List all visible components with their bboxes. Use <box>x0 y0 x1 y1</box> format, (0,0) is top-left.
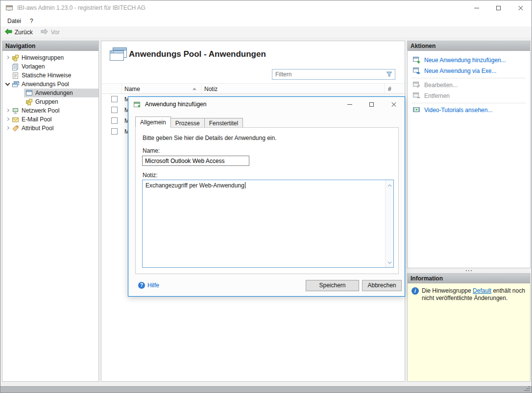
resize-grip[interactable] <box>525 386 530 391</box>
forward-button[interactable]: Vor <box>37 26 64 38</box>
edit-icon <box>412 81 420 90</box>
information-message: Die Hinweisgruppe Default enthält noch n… <box>422 287 526 302</box>
nav-item-gruppen[interactable]: Gruppen <box>24 97 98 106</box>
nav-label: Gruppen <box>35 98 58 105</box>
maximize-button[interactable] <box>487 0 509 16</box>
info-text-before: Die Hinweisgruppe <box>422 287 471 294</box>
actions-panel: Aktionen Neue Anwendung hinzufügen... Ne… <box>407 41 531 268</box>
nav-item-hinweisgruppen[interactable]: Hinweisgruppen <box>2 53 98 62</box>
add-application-dialog: Anwendung hinzufügen Allgemein Prozesse … <box>128 96 405 297</box>
titlebar[interactable]: IBI-aws Admin 1.23.0 - registriert für I… <box>0 0 532 16</box>
column-name-label: Name <box>124 86 140 92</box>
nav-label: Netzwerk Pool <box>22 107 59 114</box>
back-button[interactable]: Zurück <box>0 26 37 38</box>
column-notiz[interactable]: Notiz <box>202 84 385 94</box>
name-field[interactable] <box>142 156 249 166</box>
tab-allgemein[interactable]: Allgemein <box>135 116 171 128</box>
dialog-maximize-button[interactable] <box>361 97 383 112</box>
nav-item-anwendungen[interactable]: Anwendungen <box>24 89 98 97</box>
dialog-titlebar[interactable]: Anwendung hinzufügen <box>128 97 405 112</box>
action-remove[interactable]: Entfernen <box>408 91 530 101</box>
chevron-right-icon[interactable] <box>4 116 11 123</box>
minimize-icon <box>347 104 352 105</box>
nav-label: E-Mail Pool <box>22 116 51 123</box>
action-edit[interactable]: Bearbeiten... <box>408 80 530 91</box>
nav-item-attribut-pool[interactable]: Attribut Pool <box>2 124 98 133</box>
save-button[interactable]: Speichern <box>306 280 359 291</box>
nav-label: Hinweisgruppen <box>22 54 64 61</box>
dialog-title: Anwendung hinzufügen <box>145 97 206 112</box>
window-controls <box>465 0 532 16</box>
menu-datei[interactable]: Datei <box>3 16 25 26</box>
help-icon: ? <box>138 282 145 289</box>
row-checkbox[interactable] <box>111 107 118 113</box>
nav-item-netzwerk-pool[interactable]: Netzwerk Pool <box>2 106 98 115</box>
action-add-application[interactable]: Neue Anwendung hinzufügen... <box>408 55 530 66</box>
applications-title-icon <box>109 47 128 63</box>
notiz-scrollbar[interactable] <box>385 180 393 267</box>
nav-item-anwendungs-pool[interactable]: Anwendungs Pool <box>2 80 98 89</box>
sort-ascending-icon <box>193 88 196 90</box>
help-label: Hilfe <box>147 282 159 289</box>
chevron-spacer <box>4 72 11 79</box>
row-checkbox[interactable] <box>111 128 118 135</box>
close-button[interactable] <box>509 0 532 16</box>
action-label: Bearbeiten... <box>424 82 458 89</box>
column-name[interactable]: Name <box>122 84 202 94</box>
filter-input[interactable] <box>272 69 395 79</box>
dialog-icon <box>133 101 141 110</box>
information-header: Information <box>408 274 530 283</box>
filter-funnel-icon[interactable] <box>386 71 392 79</box>
nav-item-email-pool[interactable]: E-Mail Pool <box>2 115 98 124</box>
tab-prozesse[interactable]: Prozesse <box>170 118 205 128</box>
menu-help[interactable]: ? <box>25 16 38 26</box>
nav-item-statische-hinweise[interactable]: Statische Hinweise <box>2 71 98 80</box>
dialog-minimize-button[interactable] <box>339 97 361 112</box>
row-checkbox[interactable] <box>111 96 118 102</box>
menubar: Datei ? <box>0 16 532 26</box>
navigation-panel: Navigation Hinweisgruppen Vorlagen Stati… <box>2 41 99 382</box>
column-count[interactable]: # <box>385 84 405 94</box>
chevron-right-icon[interactable] <box>4 125 11 132</box>
scroll-up-icon[interactable] <box>387 182 392 188</box>
tab-content: Bitte geben Sie hier die Details der Anw… <box>135 127 399 274</box>
anwendungs-pool-icon <box>11 81 20 88</box>
chevron-right-icon[interactable] <box>4 107 11 114</box>
chevron-down-icon[interactable] <box>4 81 11 88</box>
nav-label: Anwendungen <box>35 90 73 96</box>
dialog-close-button[interactable] <box>383 97 405 112</box>
notiz-field[interactable]: Exchangezugriff per Web-Anwendung <box>142 180 394 268</box>
tab-fenstertitel[interactable]: Fenstertitel <box>204 118 243 128</box>
column-select[interactable] <box>101 84 122 94</box>
navigation-tree: Hinweisgruppen Vorlagen Statische Hinwei… <box>2 51 98 133</box>
action-video-tutorials[interactable]: Video-Tutorials ansehen... <box>408 105 530 116</box>
scroll-down-icon[interactable] <box>387 259 392 266</box>
minimize-button[interactable] <box>465 0 487 16</box>
dialog-tabs: Allgemein Prozesse Fenstertitel <box>135 116 242 128</box>
action-add-application-via-exe[interactable]: Neue Anwendung via Exe... <box>408 66 530 76</box>
forward-label: Vor <box>51 29 60 36</box>
nav-item-vorlagen[interactable]: Vorlagen <box>2 62 98 71</box>
actions-header: Aktionen <box>408 41 530 51</box>
statusbar <box>0 386 532 393</box>
text-caret <box>245 182 245 188</box>
nav-label: Statische Hinweise <box>22 72 71 79</box>
row-checkbox[interactable] <box>111 117 118 124</box>
help-link[interactable]: ? Hilfe <box>138 282 159 289</box>
information-panel: Information i Die Hinweisgruppe Default … <box>407 273 531 382</box>
chevron-right-icon[interactable] <box>4 54 11 61</box>
action-label: Neue Anwendung hinzufügen... <box>424 57 506 64</box>
information-body: i Die Hinweisgruppe Default enthält noch… <box>408 283 530 381</box>
panel-splitter[interactable] <box>407 268 531 273</box>
cancel-button[interactable]: Abbrechen <box>362 280 402 291</box>
dialog-intro-text: Bitte geben Sie hier die Details der Anw… <box>143 135 277 141</box>
maximize-icon <box>369 102 374 107</box>
add-application-icon <box>412 56 420 65</box>
actions-separator <box>411 78 526 78</box>
default-group-link[interactable]: Default <box>473 287 491 294</box>
action-label: Entfernen <box>424 92 450 99</box>
app-icon <box>5 4 13 13</box>
chevron-spacer <box>4 63 11 70</box>
forward-arrow-icon <box>41 28 48 36</box>
name-label: Name: <box>143 147 160 154</box>
